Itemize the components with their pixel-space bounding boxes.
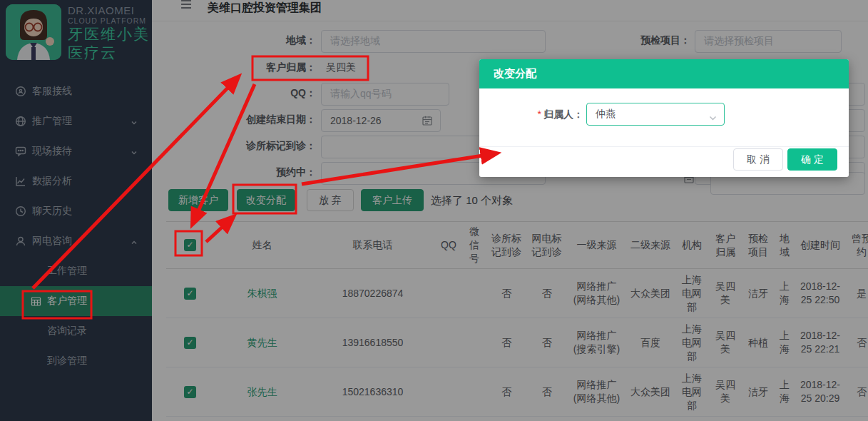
cancel-button[interactable]: 取 消 — [733, 148, 783, 171]
assignee-select[interactable]: 仲燕 — [586, 103, 725, 126]
confirm-button[interactable]: 确 定 — [787, 148, 837, 171]
app-window: DR.XIAOMEI CLOUD PLATFORM 牙医维小美 医疗云 客服接线… — [0, 0, 868, 421]
chevron-down-icon — [709, 112, 717, 123]
dialog-header: 改变分配 — [479, 59, 849, 88]
change-assignment-dialog: 改变分配 *归属人： 仲燕 取 消 确 定 — [479, 59, 849, 177]
cancel-label: 取 消 — [747, 153, 770, 166]
assignee-select-value: 仲燕 — [596, 108, 616, 121]
dialog-footer-divider — [479, 146, 849, 147]
assignee-label: *归属人： — [494, 108, 583, 121]
confirm-label: 确 定 — [801, 153, 824, 166]
dialog-title: 改变分配 — [494, 67, 536, 81]
assignee-label-text: 归属人： — [543, 108, 583, 120]
required-asterisk: * — [538, 108, 541, 120]
